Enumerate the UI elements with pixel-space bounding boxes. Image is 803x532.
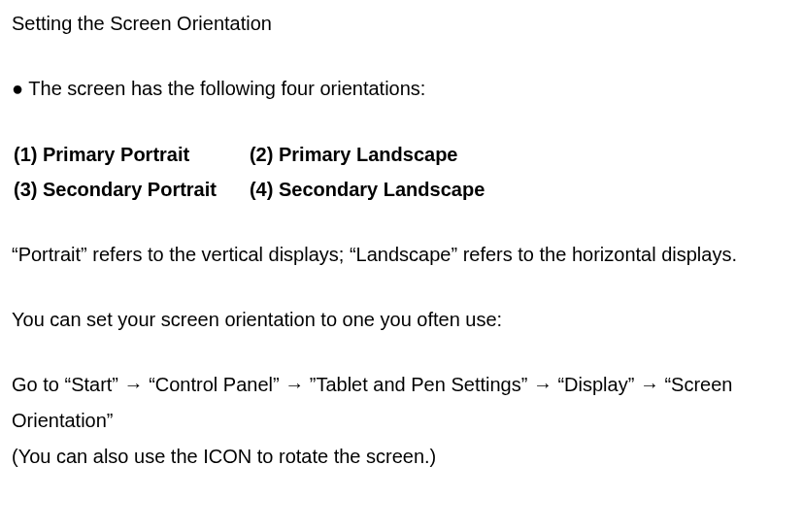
orientations-intro: ● The screen has the following four orie… — [12, 71, 791, 107]
orientation-secondary-landscape: (4) Secondary Landscape — [250, 173, 516, 206]
spacer — [12, 338, 791, 367]
spacer — [12, 208, 791, 237]
bullet-icon: ● — [12, 78, 23, 99]
navigation-path: Go to “Start” → “Control Panel” → ”Table… — [12, 367, 791, 439]
spacer — [12, 42, 791, 71]
orientation-primary-portrait: (1) Primary Portrait — [14, 138, 248, 171]
spacer — [12, 273, 791, 302]
icon-note: (You can also use the ICON to rotate the… — [12, 439, 791, 475]
orientations-intro-text: The screen has the following four orient… — [28, 78, 425, 99]
orientation-secondary-portrait: (3) Secondary Portrait — [14, 173, 248, 206]
page-title: Setting the Screen Orientation — [12, 6, 791, 42]
set-orientation-text: You can set your screen orientation to o… — [12, 302, 791, 338]
spacer — [12, 107, 791, 136]
orientation-primary-landscape: (2) Primary Landscape — [250, 138, 516, 171]
portrait-landscape-definition: “Portrait” refers to the vertical displa… — [12, 237, 791, 273]
orientations-table: (1) Primary Portrait (2) Primary Landsca… — [12, 136, 518, 208]
